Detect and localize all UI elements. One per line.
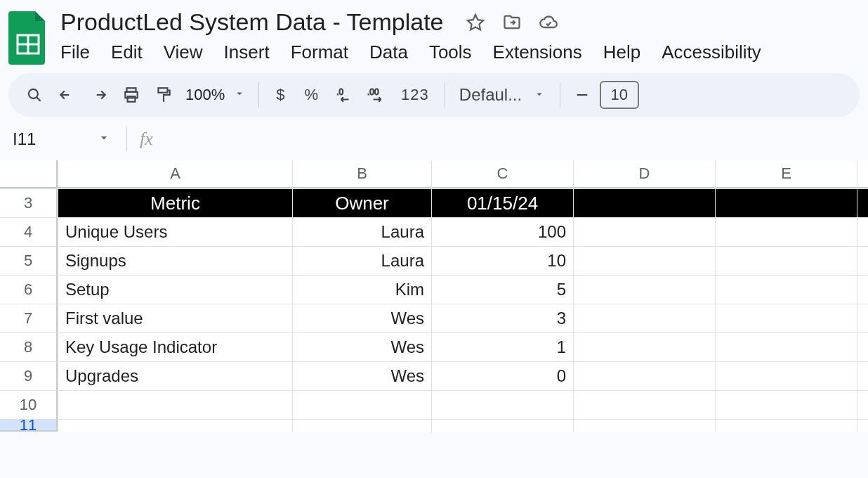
- cell-C4[interactable]: 100: [431, 217, 573, 246]
- format-percent-button[interactable]: %: [298, 86, 326, 104]
- menu-view[interactable]: View: [164, 41, 203, 63]
- zoom-select[interactable]: 100%: [183, 86, 249, 104]
- cell-C11[interactable]: [431, 419, 573, 432]
- spreadsheet-grid[interactable]: A B C D E 3 Metric Owner 01/15/24 4 Uniq…: [0, 160, 868, 432]
- row-header[interactable]: 10: [0, 390, 58, 419]
- cell-A3[interactable]: Metric: [58, 188, 292, 217]
- cell-A5[interactable]: Signups: [58, 246, 292, 275]
- cell-D11[interactable]: [573, 419, 715, 432]
- cell-B8[interactable]: Wes: [292, 332, 431, 361]
- cell-partial[interactable]: [857, 332, 868, 361]
- redo-icon[interactable]: [86, 82, 112, 108]
- cell-D7[interactable]: [573, 304, 715, 332]
- cell-A10[interactable]: [58, 390, 292, 419]
- search-icon[interactable]: [21, 82, 48, 108]
- cell-E6[interactable]: [715, 275, 857, 304]
- move-to-folder-icon[interactable]: [501, 12, 522, 33]
- cell-D10[interactable]: [573, 390, 715, 419]
- menu-data[interactable]: Data: [369, 41, 408, 63]
- format-currency-button[interactable]: $: [269, 86, 291, 104]
- cell-E9[interactable]: [715, 361, 857, 390]
- increase-decimal-icon[interactable]: .00: [363, 82, 390, 108]
- menu-edit[interactable]: Edit: [111, 41, 143, 63]
- cell-partial[interactable]: [857, 275, 868, 304]
- cell-A9[interactable]: Upgrades: [58, 361, 292, 390]
- row-header[interactable]: 4: [0, 217, 58, 246]
- column-header-B[interactable]: B: [292, 160, 431, 188]
- font-select[interactable]: Defaul...: [455, 85, 550, 105]
- cell-partial[interactable]: [857, 217, 868, 246]
- name-box[interactable]: I11: [0, 129, 126, 149]
- cell-E4[interactable]: [715, 217, 857, 246]
- font-size-input[interactable]: 10: [600, 81, 639, 109]
- menu-help[interactable]: Help: [603, 41, 640, 63]
- cell-D8[interactable]: [573, 332, 715, 361]
- cell-E3[interactable]: [715, 188, 857, 217]
- column-header-C[interactable]: C: [431, 160, 573, 188]
- row-header[interactable]: 11: [0, 419, 58, 432]
- cell-B4[interactable]: Laura: [292, 217, 431, 246]
- menu-file[interactable]: File: [60, 41, 90, 63]
- cell-D9[interactable]: [573, 361, 715, 390]
- cell-C10[interactable]: [431, 390, 573, 419]
- cell-A11[interactable]: [58, 419, 292, 432]
- cell-B9[interactable]: Wes: [292, 361, 431, 390]
- row-header[interactable]: 3: [0, 188, 58, 217]
- cell-D6[interactable]: [573, 275, 715, 304]
- row-header[interactable]: 5: [0, 246, 58, 275]
- cell-C7[interactable]: 3: [431, 304, 573, 332]
- cell-A8[interactable]: Key Usage Indicator: [58, 332, 292, 361]
- cell-C5[interactable]: 10: [431, 246, 573, 275]
- select-all-corner[interactable]: [0, 160, 58, 188]
- cell-partial[interactable]: [857, 419, 868, 432]
- cell-C3[interactable]: 01/15/24: [431, 188, 573, 217]
- cell-partial[interactable]: [857, 246, 868, 275]
- cell-A4[interactable]: Unique Users: [58, 217, 292, 246]
- row-header[interactable]: 6: [0, 275, 58, 304]
- cell-D5[interactable]: [573, 246, 715, 275]
- cell-C8[interactable]: 1: [431, 332, 573, 361]
- menu-accessibility[interactable]: Accessibility: [662, 41, 761, 63]
- cell-E11[interactable]: [715, 419, 857, 432]
- cell-B5[interactable]: Laura: [292, 246, 431, 275]
- cloud-status-icon[interactable]: [538, 12, 559, 33]
- star-icon[interactable]: [465, 12, 486, 33]
- document-title[interactable]: ProductLed System Data - Template: [58, 7, 447, 37]
- cell-partial[interactable]: [857, 188, 868, 217]
- cell-B10[interactable]: [292, 390, 431, 419]
- cell-B11[interactable]: [292, 419, 431, 432]
- cell-C9[interactable]: 0: [431, 361, 573, 390]
- cell-E5[interactable]: [715, 246, 857, 275]
- cell-partial[interactable]: [857, 361, 868, 390]
- column-header-partial[interactable]: [857, 160, 868, 188]
- row-header[interactable]: 8: [0, 332, 58, 361]
- cell-E8[interactable]: [715, 332, 857, 361]
- print-icon[interactable]: [118, 82, 145, 108]
- cell-B7[interactable]: Wes: [292, 304, 431, 332]
- cell-A7[interactable]: First value: [58, 304, 292, 332]
- cell-D3[interactable]: [573, 188, 715, 217]
- cell-A6[interactable]: Setup: [58, 275, 292, 304]
- cell-E10[interactable]: [715, 390, 857, 419]
- menu-tools[interactable]: Tools: [429, 41, 472, 63]
- cell-partial[interactable]: [857, 304, 868, 332]
- menu-extensions[interactable]: Extensions: [493, 41, 582, 63]
- undo-icon[interactable]: [53, 82, 80, 108]
- column-header-A[interactable]: A: [58, 160, 292, 188]
- decrease-font-size-button[interactable]: −: [570, 83, 594, 107]
- decrease-decimal-icon[interactable]: .0: [331, 82, 357, 108]
- row-header[interactable]: 7: [0, 304, 58, 332]
- cell-partial[interactable]: [857, 390, 868, 419]
- row-header[interactable]: 9: [0, 361, 58, 390]
- menu-insert[interactable]: Insert: [224, 41, 270, 63]
- paint-format-icon[interactable]: [150, 82, 177, 108]
- column-header-D[interactable]: D: [573, 160, 715, 188]
- cell-B6[interactable]: Kim: [292, 275, 431, 304]
- cell-E7[interactable]: [715, 304, 857, 332]
- column-header-E[interactable]: E: [715, 160, 857, 188]
- cell-C6[interactable]: 5: [431, 275, 573, 304]
- cell-D4[interactable]: [573, 217, 715, 246]
- more-formats-button[interactable]: 123: [395, 86, 435, 104]
- menu-format[interactable]: Format: [291, 41, 348, 63]
- cell-B3[interactable]: Owner: [292, 188, 431, 217]
